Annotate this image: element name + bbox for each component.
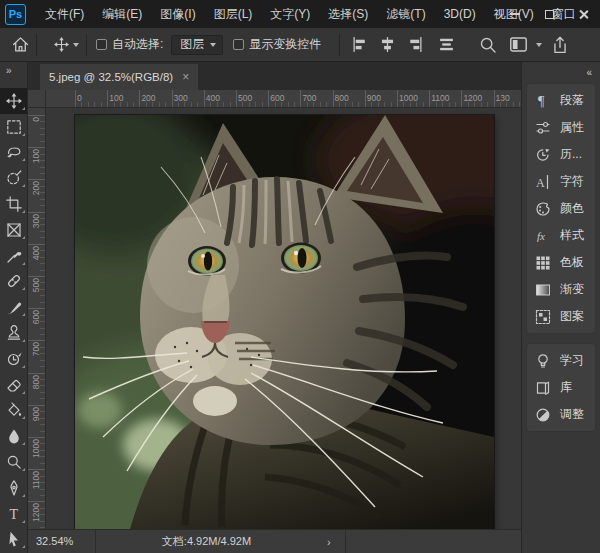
menu-file[interactable]: 文件(F) [36,0,93,28]
minimize-icon [510,13,520,15]
ruler-v-label: 1200 [31,503,41,522]
tab-close-icon[interactable]: × [182,70,189,84]
move-tool-icon [54,37,69,52]
search-icon[interactable] [479,36,497,54]
ruler-v-label: 800 [31,375,41,389]
frame-tool[interactable] [0,217,28,243]
chevron-down-icon [73,43,79,47]
panel-label: 属性 [560,119,584,136]
close-button[interactable] [566,0,600,28]
healing-brush-tool[interactable] [0,269,28,295]
patterns-icon [535,309,551,325]
brush-tool[interactable] [0,294,28,320]
ruler-h-label: 1100 [431,93,449,103]
panel-gradients[interactable]: 渐变 [527,276,595,303]
svg-text:A: A [536,175,545,189]
panel-paragraph[interactable]: ¶ 段落 [527,87,595,114]
menu-select[interactable]: 选择(S) [319,0,377,28]
show-transform-checkbox[interactable] [233,39,244,50]
collapse-panels-button[interactable]: « [522,62,600,81]
panel-properties[interactable]: 属性 [527,114,595,141]
properties-icon [535,120,551,136]
type-tool[interactable]: T [0,501,28,527]
home-icon[interactable] [12,36,29,53]
paint-bucket-tool[interactable] [0,398,28,424]
panel-color[interactable]: 颜色 [527,195,595,222]
chevron-down-icon[interactable] [536,43,542,47]
ruler-v-label: 1100 [31,471,41,489]
auto-select-value: 图层 [180,36,204,53]
panel-styles[interactable]: fx 样式 [527,222,595,249]
ruler-h-label: 1200 [463,93,482,103]
panel-libraries[interactable]: 库 [527,374,595,401]
lasso-tool[interactable] [0,140,28,166]
eraser-tool[interactable] [0,372,28,398]
ruler-v-label: 600 [31,310,41,324]
ruler-h-label: 1000 [399,93,418,103]
move-tool[interactable] [0,88,28,114]
crop-tool[interactable] [0,191,28,217]
window-controls [498,0,600,28]
document-size-info: 文档:4.92M/4.92M [114,534,299,549]
panel-group-2: 学习 库 调整 [526,343,596,432]
object-selection-tool[interactable] [0,165,28,191]
minimize-button[interactable] [498,0,532,28]
current-tool-move[interactable] [54,37,79,52]
align-right-icon[interactable] [406,36,423,53]
menu-image[interactable]: 图像(I) [151,0,204,28]
ruler-vertical[interactable]: 0100200300400500600700800900100011001200 [28,108,46,529]
ruler-h-label: 400 [206,93,220,103]
panel-label: 调整 [560,406,584,423]
zoom-level-field[interactable]: 32.54% [28,530,96,553]
distribute-icon[interactable] [438,36,455,53]
ruler-h-label: 800 [335,93,349,103]
path-selection-tool[interactable] [0,527,28,553]
workspace-icon[interactable] [509,35,528,54]
ruler-horizontal[interactable]: 0100200300400500600700800900100011001200… [46,90,521,108]
svg-text:¶: ¶ [538,94,545,109]
document-tab-title: 5.jpeg @ 32.5%(RGB/8) [49,71,173,83]
document-tab[interactable]: 5.jpeg @ 32.5%(RGB/8) × [40,64,198,90]
pen-tool[interactable] [0,475,28,501]
separator [86,34,87,56]
menu-type[interactable]: 文字(Y) [261,0,319,28]
share-icon[interactable] [551,36,569,54]
separator [345,530,346,553]
show-transform-label: 显示变换控件 [249,36,321,53]
align-center-icon[interactable] [379,36,396,53]
menu-layer[interactable]: 图层(L) [205,0,262,28]
svg-text:T: T [9,507,18,522]
status-chevron-icon[interactable]: › [327,536,331,548]
canvas-pasteboard[interactable] [46,108,521,529]
menu-filter[interactable]: 滤镜(T) [377,0,434,28]
marquee-tool[interactable] [0,114,28,140]
clone-stamp-tool[interactable] [0,320,28,346]
dodge-tool[interactable] [0,449,28,475]
separator [339,34,340,56]
chevron-down-icon [210,43,216,47]
tools-panel: T [0,88,28,553]
ruler-v-label: 500 [31,278,41,292]
learn-icon [535,353,551,369]
eyedropper-tool[interactable] [0,243,28,269]
panel-swatches[interactable]: 色板 [527,249,595,276]
panel-patterns[interactable]: 图案 [527,303,595,330]
svg-text:fx: fx [537,230,545,242]
menu-edit[interactable]: 编辑(E) [93,0,151,28]
photoshop-logo-icon: Ps [5,4,26,25]
history-icon [535,147,551,163]
blur-tool[interactable] [0,423,28,449]
menu-3d[interactable]: 3D(D) [435,0,485,28]
maximize-button[interactable] [532,0,566,28]
ruler-h-label: 0 [77,93,82,103]
toolbar-expand-button[interactable]: » [0,62,28,88]
panel-learn[interactable]: 学习 [527,347,595,374]
photo-cat[interactable] [75,115,494,529]
align-left-icon[interactable] [352,36,369,53]
auto-select-checkbox[interactable] [96,39,107,50]
auto-select-dropdown[interactable]: 图层 [171,35,223,55]
panel-adjustments[interactable]: 调整 [527,401,595,428]
panel-character[interactable]: A 字符 [527,168,595,195]
history-brush-tool[interactable] [0,346,28,372]
panel-history[interactable]: 历... [527,141,595,168]
